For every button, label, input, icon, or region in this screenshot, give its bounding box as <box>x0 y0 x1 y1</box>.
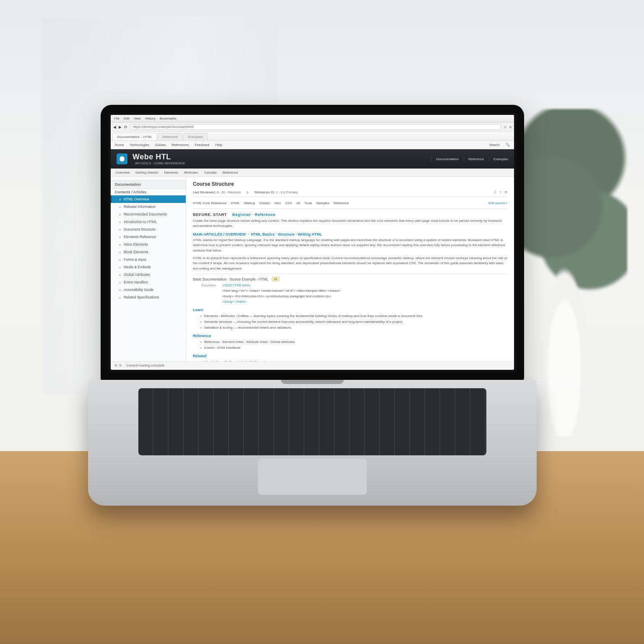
trackpad <box>258 459 367 495</box>
sidebar-item-specs[interactable]: Related Specifications <box>111 293 186 301</box>
hero-nav-ref[interactable]: Reference <box>464 156 484 162</box>
os-menu-view[interactable]: View <box>134 117 141 120</box>
meta-val-2: 1 · 8.2 Primary <box>276 190 298 194</box>
menu-home[interactable]: Home <box>115 143 124 147</box>
breadcrumb-bar: HTML Core Reference HTML Markup Guides I… <box>193 200 507 209</box>
subnav-start[interactable]: Getting Started <box>135 171 158 174</box>
address-bar[interactable]: https://developer.example/docs/web/html <box>130 124 501 130</box>
bc-7[interactable]: Tools <box>304 201 312 205</box>
hero-banner: Webe HTL API DOCS · CORE REFERENCE Docum… <box>111 149 514 169</box>
menu-tech[interactable]: Technologies <box>130 143 149 147</box>
bc-3[interactable]: Guides <box>260 201 270 205</box>
screen: File Edit View History Bookmarks ◀ ▶ ⟳ h… <box>111 115 514 370</box>
search-icon[interactable]: 🔍 <box>506 143 510 147</box>
reload-icon[interactable]: ⟳ <box>124 125 127 129</box>
menu-feedback[interactable]: Feedback <box>195 143 209 147</box>
code-block: Document<!DOCTYPE html> <html lang="en">… <box>201 283 507 304</box>
list-item[interactable]: Validation & tooling — recommended linte… <box>200 325 507 331</box>
hero-nav-docs[interactable]: Documentation <box>431 156 459 162</box>
sidebar-item-structure[interactable]: Document Structure <box>111 226 186 233</box>
sidebar-item-recommended[interactable]: Recommended Documents <box>111 210 186 218</box>
bc-1[interactable]: HTML <box>231 201 240 205</box>
list-item[interactable]: Events · DOM interfaces <box>200 345 507 351</box>
menu-guides[interactable]: Guides <box>155 143 166 147</box>
print-icon[interactable]: ⎙ <box>494 190 496 194</box>
forward-icon[interactable]: ▶ <box>119 125 122 129</box>
bc-2[interactable]: Markup <box>244 201 255 205</box>
bc-0[interactable]: HTML Core Reference <box>193 201 226 205</box>
sidebar-item-overview[interactable]: HTML Overview <box>111 195 186 203</box>
keyboard <box>138 388 486 455</box>
sidebar-item-inline[interactable]: Inline Elements <box>111 241 186 248</box>
section-2-para-2: HTML in its present form represents a re… <box>193 256 507 271</box>
divider <box>193 274 507 274</box>
bc-9[interactable]: Reference <box>334 201 349 205</box>
os-menu-edit[interactable]: Edit <box>124 117 130 120</box>
section-1-para: Create the basic page structure before w… <box>193 218 507 229</box>
list1-heading: Learn <box>193 308 507 312</box>
subnav-attrs[interactable]: Attributes <box>184 171 198 174</box>
list-item[interactable]: Reference · Element index · Attribute in… <box>200 339 507 345</box>
subnav-reference[interactable]: Reference <box>223 171 238 174</box>
list2-heading: Reference <box>193 334 507 338</box>
os-menubar: File Edit View History Bookmarks <box>111 115 514 122</box>
bc-5[interactable]: CSS <box>285 201 292 205</box>
sidebar-item-global[interactable]: Global Attributes <box>111 271 186 278</box>
laptop-deck <box>88 380 537 506</box>
share-icon[interactable]: ⇪ <box>499 190 502 194</box>
menu-help[interactable]: Help <box>215 143 222 147</box>
section-2-links[interactable]: HTML Basics · Structure · Writing HTML <box>251 232 322 236</box>
code-badge: JS <box>272 277 279 281</box>
code-label-0: Document <box>201 283 218 288</box>
code-line-3: </body> </html> <box>222 300 247 304</box>
hero-nav-ex[interactable]: Examples <box>489 156 508 162</box>
list-item[interactable]: Introduction · Getting started with the … <box>200 359 507 361</box>
sidebar-item-media[interactable]: Media & Embeds <box>111 263 186 271</box>
logo-icon <box>117 153 127 164</box>
laptop: File Edit View History Bookmarks ◀ ▶ ⟳ h… <box>88 105 537 520</box>
bc-6[interactable]: JS <box>296 201 300 205</box>
sidebar-item-a11y[interactable]: Accessibility Guide <box>111 286 186 293</box>
sidebar-item-release[interactable]: Release Information <box>111 203 186 210</box>
back-icon[interactable]: ◀ <box>113 125 116 129</box>
section-2-heading: MAIN ARTICLES / OVERVIEW · HTML Basics ·… <box>193 232 507 236</box>
list-learn: Elements · Attributes · Entities — learn… <box>200 313 507 330</box>
browser-toolbar: ◀ ▶ ⟳ https://developer.example/docs/web… <box>111 122 514 132</box>
menu-refs[interactable]: References <box>171 143 189 147</box>
menu-icon[interactable]: ≡ <box>509 125 512 129</box>
list-item[interactable]: Elements · Attributes · Entities — learn… <box>200 313 507 319</box>
sidebar-item-elements[interactable]: Elements Reference <box>111 233 186 241</box>
app-menubar: Home Technologies Guides References Feed… <box>111 141 514 149</box>
menu-search[interactable]: Search <box>489 143 500 147</box>
sidebar-item-intro[interactable]: Introduction to HTML <box>111 218 186 226</box>
tab-docs[interactable]: Documentation – HTML <box>112 133 157 140</box>
sidebar-item-events[interactable]: Event Handlers <box>111 278 186 286</box>
tab-strip: Documentation – HTML Reference Examples <box>111 132 514 141</box>
meta-val-0: 8 · 20 · Revision <box>217 190 241 194</box>
code-line-0: <!DOCTYPE html> <box>222 283 251 287</box>
os-menu-history[interactable]: History <box>145 117 156 120</box>
os-menu-file[interactable]: File <box>114 117 119 120</box>
sidebar-item-block[interactable]: Block Elements <box>111 248 186 256</box>
bc-4[interactable]: Intro <box>274 201 281 205</box>
main-content: Course Structure Last Reviewed: 8 · 20 ·… <box>186 177 514 361</box>
os-menu-bookmarks[interactable]: Bookmarks <box>160 117 177 120</box>
list-item[interactable]: Semantic structure — choosing the correc… <box>200 319 507 325</box>
code-line-1: <html lang="en"> <head> <meta charset="u… <box>222 289 340 293</box>
meta-row: Last Reviewed: 8 · 20 · Revision b Refer… <box>193 190 507 197</box>
subnav-overview[interactable]: Overview <box>116 171 130 174</box>
tab-reference[interactable]: Reference <box>158 133 182 140</box>
gear-icon[interactable]: ⚙ <box>504 190 507 194</box>
section-3-heading: Related <box>193 354 507 358</box>
edit-source-link[interactable]: Edit source › <box>488 201 507 205</box>
bc-8[interactable]: Samples <box>317 201 330 205</box>
subnav-elements[interactable]: Elements <box>164 171 178 174</box>
section-2-para-1: HTML stands for HyperText Markup Languag… <box>193 238 507 253</box>
tab-examples[interactable]: Examples <box>183 133 207 140</box>
status-bar: 8 · 0 Content loading complete <box>111 361 514 369</box>
sidebar-item-forms[interactable]: Forms & Input <box>111 256 186 263</box>
subnav-tutorials[interactable]: Tutorials <box>204 171 216 174</box>
list-reference: Reference · Element index · Attribute in… <box>200 339 507 351</box>
bookmark-icon[interactable]: ☆ <box>504 125 507 129</box>
status-left: 8 · 0 <box>115 364 122 367</box>
